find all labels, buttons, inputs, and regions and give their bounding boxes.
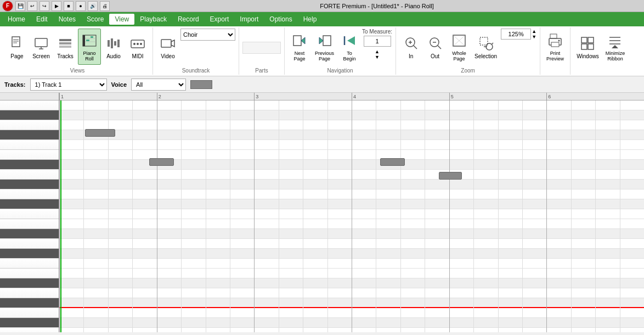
note-grid[interactable] [59, 101, 644, 332]
note-block[interactable] [85, 129, 115, 137]
piano-key[interactable] [0, 259, 59, 269]
piano-key[interactable] [0, 209, 59, 219]
undo-btn[interactable]: ↩ [27, 1, 37, 11]
piano-key[interactable] [0, 110, 59, 120]
piano-key[interactable] [0, 239, 59, 249]
audio-icon [105, 35, 122, 52]
piano-key[interactable] [0, 328, 59, 332]
btn-print-preview[interactable]: PrintPreview [544, 29, 567, 65]
svg-rect-15 [91, 36, 93, 38]
menu-home[interactable]: Home [2, 14, 31, 25]
btn-page[interactable]: Page [5, 29, 29, 65]
measure-mark: 6 [546, 93, 551, 101]
piano-key[interactable] [0, 298, 59, 308]
svg-rect-24 [161, 40, 171, 47]
piano-key[interactable] [0, 278, 59, 288]
menu-import[interactable]: Import [234, 14, 264, 25]
play-btn[interactable]: ▶ [52, 1, 61, 11]
menu-bar: Home Edit Notes Score View Playback Reco… [0, 12, 644, 26]
btn-selection[interactable]: Selection [472, 29, 500, 65]
app-logo: F [2, 1, 13, 12]
piano-key[interactable] [0, 249, 59, 259]
piano-key[interactable] [0, 199, 59, 209]
redo-btn[interactable]: ↪ [39, 1, 49, 11]
note-block[interactable] [380, 158, 405, 166]
btn-zoom-out[interactable]: Out [423, 29, 447, 65]
btn-zoom-in[interactable]: In [399, 29, 422, 65]
svg-rect-16 [108, 40, 110, 47]
note-block[interactable] [439, 172, 462, 180]
btn-previous-page[interactable]: PreviousPage [312, 29, 337, 65]
beat-line [620, 101, 620, 332]
piano-key[interactable] [0, 101, 59, 110]
menu-playback[interactable]: Playback [134, 14, 172, 25]
piano-key[interactable] [0, 170, 59, 180]
btn-video[interactable]: Video [156, 29, 179, 65]
menu-edit[interactable]: Edit [31, 14, 53, 25]
print-btn[interactable]: 🖨 [100, 1, 110, 11]
piano-key[interactable] [0, 288, 59, 298]
ribbon-group-navigation: NextPage PreviousPage ToBegin To Measure… [285, 27, 396, 75]
btn-windows[interactable]: Windows [574, 29, 602, 65]
video-icon [159, 35, 177, 52]
btn-next-page[interactable]: NextPage [288, 29, 311, 65]
piano-key[interactable] [0, 229, 59, 239]
btn-to-begin[interactable]: ToBegin [338, 29, 361, 65]
ribbon-group-zoom: In Out WholePage [396, 27, 540, 75]
piano-key[interactable] [0, 269, 59, 278]
btn-tracks[interactable]: Tracks [54, 29, 77, 65]
track-bar: Tracks: 1) Track 1 2) Track 2 Voice All … [0, 76, 644, 93]
volume-btn[interactable]: 🔊 [88, 1, 98, 11]
note-grid-container[interactable]: 1234567 [59, 93, 644, 332]
piano-key[interactable] [0, 120, 59, 130]
menu-score[interactable]: Score [81, 14, 109, 25]
menu-export[interactable]: Export [205, 14, 235, 25]
svg-point-23 [140, 43, 142, 45]
piano-key[interactable] [0, 219, 59, 229]
menu-help[interactable]: Help [298, 14, 323, 25]
to-measure-group: To Measure: ▲▼ [362, 29, 392, 60]
piano-key[interactable] [0, 189, 59, 199]
choir-dropdown[interactable]: Choir Orchestra Piano [180, 29, 235, 41]
piano-key[interactable] [0, 308, 59, 318]
btn-minimize-ribbon[interactable]: MinimizeRibbon [603, 29, 628, 65]
svg-rect-9 [59, 46, 71, 48]
minimize-ribbon-icon [606, 32, 624, 49]
tracks-icon [57, 35, 74, 52]
beat-line [571, 101, 572, 332]
note-block[interactable] [149, 158, 174, 166]
piano-key[interactable] [0, 140, 59, 150]
record-btn[interactable]: ● [76, 1, 86, 11]
track-select[interactable]: 1) Track 1 2) Track 2 [30, 79, 107, 91]
stop-btn[interactable]: ■ [64, 1, 74, 11]
piano-key[interactable] [0, 318, 59, 328]
btn-screen[interactable]: Screen [30, 29, 53, 65]
menu-notes[interactable]: Notes [53, 14, 81, 25]
btn-piano-roll[interactable]: PianoRoll [78, 29, 101, 65]
menu-view[interactable]: View [109, 14, 134, 25]
piano-key[interactable] [0, 130, 59, 140]
menu-record[interactable]: Record [172, 14, 205, 25]
piano-key[interactable] [0, 180, 59, 189]
piano-key[interactable] [0, 160, 59, 170]
beat-line [400, 101, 401, 332]
btn-audio[interactable]: Audio [102, 29, 125, 65]
to-measure-input[interactable] [364, 36, 391, 47]
svg-rect-14 [86, 40, 89, 41]
btn-whole-page[interactable]: WholePage [448, 29, 471, 65]
svg-rect-0 [12, 37, 20, 47]
piano-key[interactable] [0, 150, 59, 160]
svg-point-22 [137, 43, 139, 45]
save-btn[interactable]: 💾 [15, 1, 25, 11]
svg-point-21 [133, 43, 135, 45]
zoom-input[interactable] [501, 29, 531, 40]
beat-line [83, 101, 84, 332]
svg-rect-17 [111, 38, 113, 48]
voice-select[interactable]: All Voice 1 Voice 2 [131, 79, 186, 91]
whole-page-icon [450, 32, 468, 49]
menu-options[interactable]: Options [264, 14, 297, 25]
svg-rect-28 [323, 36, 331, 46]
measure-mark: 3 [254, 93, 258, 101]
measure-mark: 2 [157, 93, 161, 101]
btn-midi[interactable]: MIDI [126, 29, 149, 65]
